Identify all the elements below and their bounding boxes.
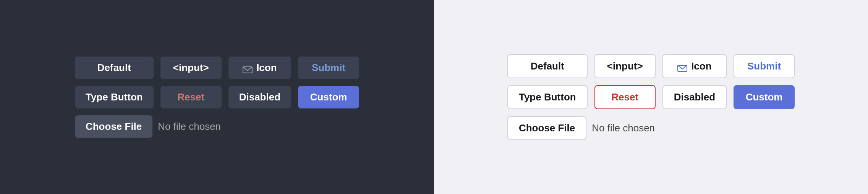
dark-choose-file-button[interactable]: Choose File bbox=[75, 115, 152, 138]
dark-disabled-button[interactable]: Disabled bbox=[228, 86, 291, 108]
dark-input-button[interactable]: <input> bbox=[160, 57, 222, 79]
dark-button-grid: Default <input> Icon Submit Type Button … bbox=[75, 57, 359, 138]
light-disabled-button[interactable]: Disabled bbox=[662, 85, 727, 109]
light-default-button[interactable]: Default bbox=[507, 54, 588, 78]
dark-custom-button[interactable]: Custom bbox=[298, 86, 359, 108]
light-reset-button[interactable]: Reset bbox=[594, 85, 656, 109]
envelope-icon bbox=[243, 64, 253, 71]
light-icon-button-label: Icon bbox=[691, 60, 711, 72]
light-typebutton-button[interactable]: Type Button bbox=[507, 85, 588, 109]
dark-typebutton-button[interactable]: Type Button bbox=[75, 86, 154, 108]
light-submit-button[interactable]: Submit bbox=[734, 54, 795, 78]
light-no-file-label: No file chosen bbox=[592, 122, 655, 134]
dark-submit-button[interactable]: Submit bbox=[298, 57, 359, 79]
dark-reset-button[interactable]: Reset bbox=[160, 86, 222, 108]
light-custom-button[interactable]: Custom bbox=[734, 85, 795, 109]
dark-default-button[interactable]: Default bbox=[75, 57, 154, 79]
light-file-row: Choose File No file chosen bbox=[507, 116, 656, 140]
light-panel: Default <input> Icon Submit Type Button … bbox=[434, 0, 868, 194]
dark-panel: Default <input> Icon Submit Type Button … bbox=[0, 0, 434, 194]
envelope-icon-light bbox=[677, 63, 687, 70]
dark-icon-button[interactable]: Icon bbox=[228, 57, 291, 79]
dark-no-file-label: No file chosen bbox=[158, 121, 221, 133]
dark-file-row: Choose File No file chosen bbox=[75, 115, 222, 138]
light-icon-button[interactable]: Icon bbox=[662, 54, 727, 78]
light-input-button[interactable]: <input> bbox=[594, 54, 656, 78]
light-button-grid: Default <input> Icon Submit Type Button … bbox=[507, 54, 795, 140]
dark-icon-button-label: Icon bbox=[256, 62, 277, 74]
light-choose-file-button[interactable]: Choose File bbox=[507, 116, 586, 140]
